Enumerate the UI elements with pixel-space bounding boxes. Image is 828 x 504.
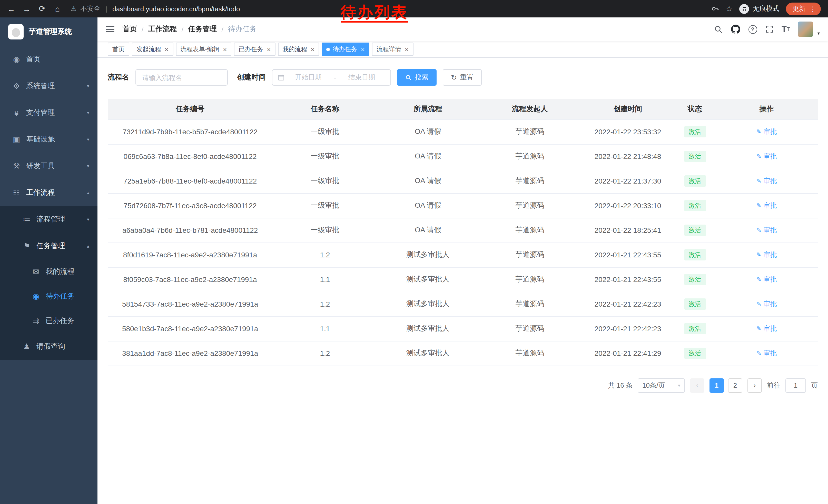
search-button[interactable]: 搜索 [397, 69, 437, 86]
action-cell: ✎审批 [715, 292, 818, 316]
tab-todo-tasks[interactable]: 待办任务× [322, 43, 369, 56]
sidebar-item-leave-query[interactable]: ♟请假查询 [0, 333, 97, 360]
approve-link[interactable]: ✎审批 [756, 300, 777, 309]
tab-process-detail[interactable]: 流程详情× [372, 43, 413, 56]
sidebar-item-label: 任务管理 [36, 241, 65, 251]
sidebar-item-workflow[interactable]: ☷工作流程▴ [0, 179, 97, 206]
avatar-caret-icon[interactable]: ▾ [818, 31, 820, 37]
process-cell: OA 请假 [378, 169, 479, 193]
status-badge: 激活 [684, 175, 706, 187]
sidebar-item-system[interactable]: ⚙系统管理▾ [0, 73, 97, 99]
tab-close-icon[interactable]: × [405, 46, 409, 53]
bookmark-star-icon[interactable]: ☆ [726, 4, 733, 13]
process-name-input[interactable] [135, 69, 228, 86]
approve-link[interactable]: ✎审批 [756, 275, 777, 284]
edit-icon: ✎ [756, 276, 761, 283]
task-table-header: 任务编号 任务名称 所属流程 流程发起人 创建时间 状态 操作 [108, 99, 818, 120]
user-avatar[interactable] [798, 21, 813, 37]
tab-done-tasks[interactable]: 已办任务× [234, 43, 275, 56]
sidebar-item-task-mgmt[interactable]: ⚑任务管理▴ [0, 233, 97, 260]
sidebar-item-todo-tasks[interactable]: ◉待办任务 [0, 284, 97, 309]
sidebar-item-process-mgmt[interactable]: ≔流程管理▾ [0, 206, 97, 233]
table-row: 58154733-7ac8-11ec-a9e2-a2380e71991a1.2测… [108, 292, 818, 316]
chevron-up-icon: ▴ [87, 190, 89, 195]
approve-link[interactable]: ✎审批 [756, 324, 777, 333]
browser-update-button[interactable]: 更新 ⋮ [786, 2, 821, 15]
tab-close-icon[interactable]: × [223, 46, 227, 53]
edit-icon: ✎ [756, 177, 761, 185]
fullscreen-icon[interactable] [765, 25, 773, 33]
sidebar-item-my-process[interactable]: ✉我的流程 [0, 260, 97, 284]
starter-cell: 芋道源码 [479, 169, 581, 193]
kebab-menu-icon[interactable]: ⋮ [810, 5, 816, 12]
goto-page-input[interactable] [785, 378, 806, 393]
status-badge: 激活 [684, 274, 706, 285]
page-button-2[interactable]: 2 [728, 378, 742, 393]
app-logo[interactable]: 芋道管理系统 [0, 17, 97, 46]
sidebar-collapse-button[interactable] [106, 26, 114, 32]
task-name-cell: 一级审批 [273, 120, 378, 144]
reset-button[interactable]: ↻ 重置 [443, 69, 482, 86]
tab-close-icon[interactable]: × [361, 46, 365, 53]
status-badge: 激活 [684, 225, 706, 236]
github-icon[interactable] [731, 25, 740, 34]
starter-cell: 芋道源码 [479, 144, 581, 169]
table-row: 8f0d1619-7ac8-11ec-a9e2-a2380e71991a1.2测… [108, 242, 818, 267]
browser-back-button[interactable]: ← [5, 3, 17, 15]
page-button-1[interactable]: 1 [709, 378, 724, 393]
tab-close-icon[interactable]: × [267, 46, 271, 53]
approve-link[interactable]: ✎审批 [756, 152, 777, 161]
starter-cell: 芋道源码 [479, 341, 581, 366]
breadcrumb-workflow[interactable]: 工作流程 [148, 25, 177, 34]
tab-my-process[interactable]: 我的流程× [278, 43, 319, 56]
date-range-picker[interactable]: 开始日期 - 结束日期 [272, 69, 391, 86]
approve-link[interactable]: ✎审批 [756, 127, 777, 136]
task-id-cell: 069c6a63-7b8a-11ec-8ef0-acde48001122 [108, 144, 273, 169]
sidebar-item-payment[interactable]: ¥支付管理▾ [0, 99, 97, 126]
task-id-cell: 73211d9d-7b9b-11ec-b5b7-acde48001122 [108, 120, 273, 144]
password-key-icon[interactable] [711, 5, 719, 13]
browser-refresh-button[interactable]: ⟳ [36, 3, 48, 15]
top-navbar: 首页 / 工作流程 / 任务管理 / 待办任务 [97, 17, 828, 41]
approve-link[interactable]: ✎审批 [756, 201, 777, 210]
sidebar-item-infrastructure[interactable]: ▣基础设施▾ [0, 126, 97, 153]
home-icon: ◉ [10, 55, 23, 64]
tab-form-edit[interactable]: 流程表单-编辑× [176, 43, 232, 56]
browser-home-button[interactable]: ⌂ [51, 3, 64, 15]
browser-nav-buttons: ← → ⟳ ⌂ [5, 3, 64, 15]
chevron-down-icon: ▾ [87, 110, 89, 116]
browser-chrome: ← → ⟳ ⌂ ⚠ 不安全 | dashboard.yudao.iocoder.… [0, 0, 828, 17]
sidebar-item-home[interactable]: ◉首页 [0, 46, 97, 73]
action-cell: ✎审批 [715, 120, 818, 144]
sidebar-item-done-tasks[interactable]: ⇉已办任务 [0, 309, 97, 333]
approve-link[interactable]: ✎审批 [756, 250, 777, 260]
browser-forward-button[interactable]: → [20, 3, 33, 15]
approve-link[interactable]: ✎审批 [756, 349, 777, 358]
approve-link[interactable]: ✎审批 [756, 226, 777, 235]
approve-link[interactable]: ✎审批 [756, 176, 777, 186]
tab-label: 流程详情 [377, 45, 401, 54]
font-size-icon[interactable]: TT [782, 25, 790, 33]
tab-start-process[interactable]: 发起流程× [132, 43, 173, 56]
breadcrumb-task-management[interactable]: 任务管理 [188, 25, 217, 34]
col-task-id: 任务编号 [108, 99, 273, 120]
process-list-icon: ≔ [20, 215, 33, 224]
incognito-label: 无痕模式 [753, 4, 779, 13]
tab-home[interactable]: 首页 [108, 43, 129, 56]
main-area: 首页 / 工作流程 / 任务管理 / 待办任务 [97, 17, 828, 504]
page-size-select[interactable]: 10条/页 ▾ [638, 378, 685, 393]
dev-tools-icon: ⚒ [10, 162, 23, 171]
action-cell: ✎审批 [715, 316, 818, 341]
prev-page-button[interactable]: ‹ [690, 378, 704, 393]
help-icon[interactable]: ? [748, 25, 757, 34]
tab-close-icon[interactable]: × [311, 46, 315, 53]
breadcrumb-home[interactable]: 首页 [123, 25, 137, 34]
goto-label: 前往 [767, 381, 780, 390]
tab-close-icon[interactable]: × [165, 46, 169, 53]
action-cell: ✎审批 [715, 169, 818, 193]
search-icon[interactable] [714, 25, 722, 34]
edit-icon: ✎ [756, 301, 761, 308]
status-cell: 激活 [674, 120, 716, 144]
next-page-button[interactable]: › [747, 378, 762, 393]
sidebar-item-dev-tools[interactable]: ⚒研发工具▾ [0, 153, 97, 179]
